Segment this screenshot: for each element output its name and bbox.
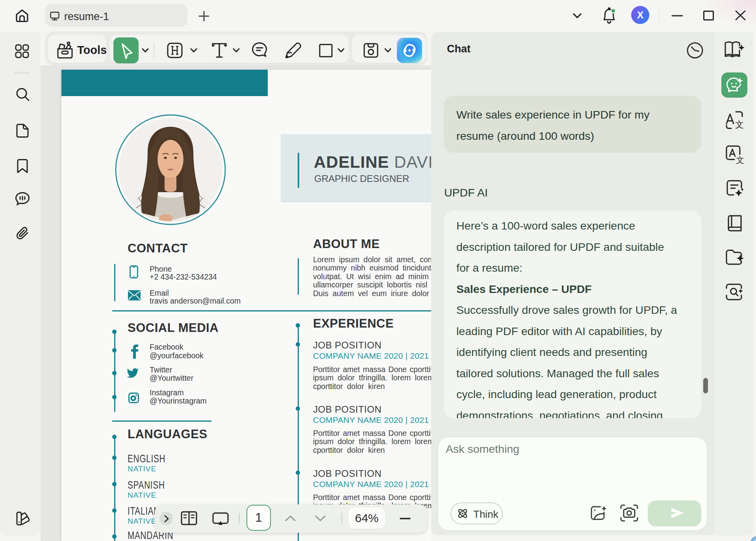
svg-text:文: 文 xyxy=(736,156,744,165)
svg-text:文: 文 xyxy=(735,120,744,130)
